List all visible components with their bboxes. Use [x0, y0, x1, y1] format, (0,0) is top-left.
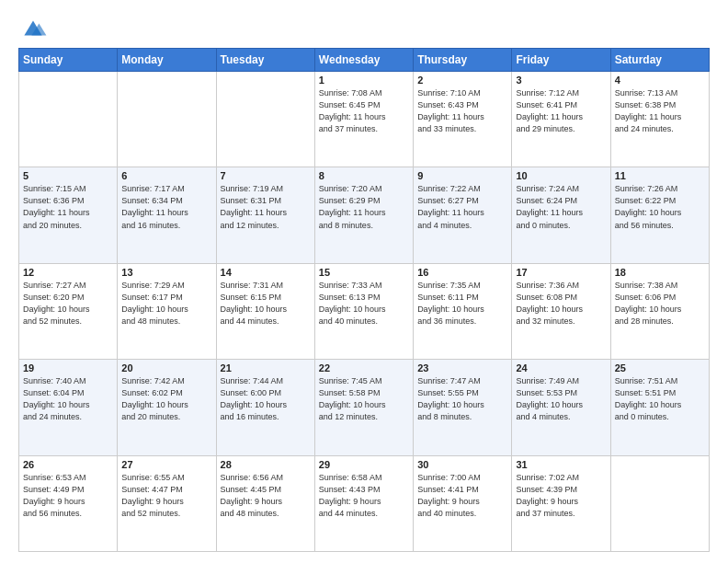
weekday-header-thursday: Thursday [414, 49, 512, 72]
calendar-cell: 5Sunrise: 7:15 AM Sunset: 6:36 PM Daylig… [19, 167, 118, 263]
calendar-cell: 17Sunrise: 7:36 AM Sunset: 6:08 PM Dayli… [512, 263, 610, 359]
day-number: 11 [615, 170, 705, 181]
day-info: Sunrise: 6:56 AM Sunset: 4:45 PM Dayligh… [221, 472, 311, 520]
day-number: 2 [417, 75, 507, 86]
day-info: Sunrise: 7:26 AM Sunset: 6:22 PM Dayligh… [615, 183, 705, 231]
day-info: Sunrise: 7:20 AM Sunset: 6:29 PM Dayligh… [319, 183, 409, 231]
week-row-5: 26Sunrise: 6:53 AM Sunset: 4:49 PM Dayli… [19, 455, 710, 551]
day-info: Sunrise: 7:00 AM Sunset: 4:41 PM Dayligh… [417, 472, 507, 520]
calendar-cell: 26Sunrise: 6:53 AM Sunset: 4:49 PM Dayli… [19, 455, 118, 551]
day-number: 22 [319, 362, 409, 373]
day-info: Sunrise: 7:44 AM Sunset: 6:00 PM Dayligh… [221, 375, 311, 423]
calendar-cell: 6Sunrise: 7:17 AM Sunset: 6:34 PM Daylig… [118, 167, 216, 263]
day-number: 13 [121, 267, 211, 278]
day-number: 30 [417, 459, 507, 470]
day-info: Sunrise: 7:13 AM Sunset: 6:38 PM Dayligh… [615, 87, 705, 135]
weekday-header-friday: Friday [512, 49, 610, 72]
calendar-cell: 13Sunrise: 7:29 AM Sunset: 6:17 PM Dayli… [118, 263, 216, 359]
day-number: 1 [319, 75, 409, 86]
day-number: 8 [319, 170, 409, 181]
calendar-cell: 2Sunrise: 7:10 AM Sunset: 6:43 PM Daylig… [414, 72, 512, 167]
calendar-cell [216, 72, 314, 167]
day-number: 3 [516, 75, 606, 86]
day-number: 23 [417, 362, 507, 373]
day-number: 9 [417, 170, 507, 181]
logo-icon [18, 15, 48, 40]
calendar-cell: 9Sunrise: 7:22 AM Sunset: 6:27 PM Daylig… [414, 167, 512, 263]
week-row-2: 5Sunrise: 7:15 AM Sunset: 6:36 PM Daylig… [19, 167, 710, 263]
weekday-header-sunday: Sunday [19, 49, 118, 72]
day-info: Sunrise: 7:38 AM Sunset: 6:06 PM Dayligh… [615, 280, 705, 327]
week-row-1: 1Sunrise: 7:08 AM Sunset: 6:45 PM Daylig… [19, 72, 710, 167]
day-info: Sunrise: 7:15 AM Sunset: 6:36 PM Dayligh… [23, 183, 113, 231]
calendar-cell: 31Sunrise: 7:02 AM Sunset: 4:39 PM Dayli… [512, 455, 610, 551]
week-row-3: 12Sunrise: 7:27 AM Sunset: 6:20 PM Dayli… [19, 263, 710, 359]
day-number: 25 [615, 362, 705, 373]
day-info: Sunrise: 7:42 AM Sunset: 6:02 PM Dayligh… [121, 375, 211, 423]
calendar-cell: 7Sunrise: 7:19 AM Sunset: 6:31 PM Daylig… [216, 167, 314, 263]
day-info: Sunrise: 7:29 AM Sunset: 6:17 PM Dayligh… [121, 280, 211, 327]
day-number: 5 [23, 170, 113, 181]
day-info: Sunrise: 7:17 AM Sunset: 6:34 PM Dayligh… [121, 183, 211, 231]
week-row-4: 19Sunrise: 7:40 AM Sunset: 6:04 PM Dayli… [19, 360, 710, 455]
day-number: 20 [121, 362, 211, 373]
day-number: 16 [417, 267, 507, 278]
calendar-cell: 25Sunrise: 7:51 AM Sunset: 5:51 PM Dayli… [610, 360, 709, 455]
day-number: 29 [319, 459, 409, 470]
weekday-header-tuesday: Tuesday [216, 49, 314, 72]
day-number: 19 [23, 362, 113, 373]
weekday-header-monday: Monday [118, 49, 216, 72]
day-number: 21 [221, 362, 311, 373]
day-info: Sunrise: 7:35 AM Sunset: 6:11 PM Dayligh… [417, 280, 507, 327]
weekday-header-row: SundayMondayTuesdayWednesdayThursdayFrid… [19, 49, 710, 72]
calendar-cell: 8Sunrise: 7:20 AM Sunset: 6:29 PM Daylig… [314, 167, 413, 263]
calendar-cell: 19Sunrise: 7:40 AM Sunset: 6:04 PM Dayli… [19, 360, 118, 455]
weekday-header-wednesday: Wednesday [314, 49, 413, 72]
calendar-cell: 28Sunrise: 6:56 AM Sunset: 4:45 PM Dayli… [216, 455, 314, 551]
day-number: 15 [319, 267, 409, 278]
calendar-cell: 1Sunrise: 7:08 AM Sunset: 6:45 PM Daylig… [314, 72, 413, 167]
day-number: 26 [23, 459, 113, 470]
day-number: 10 [516, 170, 606, 181]
calendar-cell [118, 72, 216, 167]
calendar-cell: 22Sunrise: 7:45 AM Sunset: 5:58 PM Dayli… [314, 360, 413, 455]
day-info: Sunrise: 6:55 AM Sunset: 4:47 PM Dayligh… [121, 472, 211, 520]
day-number: 4 [615, 75, 705, 86]
day-info: Sunrise: 7:31 AM Sunset: 6:15 PM Dayligh… [221, 280, 311, 327]
day-info: Sunrise: 6:53 AM Sunset: 4:49 PM Dayligh… [23, 472, 113, 520]
calendar-cell: 16Sunrise: 7:35 AM Sunset: 6:11 PM Dayli… [414, 263, 512, 359]
day-info: Sunrise: 7:24 AM Sunset: 6:24 PM Dayligh… [516, 183, 606, 231]
calendar-cell: 4Sunrise: 7:13 AM Sunset: 6:38 PM Daylig… [610, 72, 709, 167]
header [18, 15, 710, 40]
day-number: 17 [516, 267, 606, 278]
weekday-header-saturday: Saturday [610, 49, 709, 72]
day-number: 24 [516, 362, 606, 373]
calendar-cell: 10Sunrise: 7:24 AM Sunset: 6:24 PM Dayli… [512, 167, 610, 263]
day-info: Sunrise: 7:45 AM Sunset: 5:58 PM Dayligh… [319, 375, 409, 423]
day-info: Sunrise: 7:27 AM Sunset: 6:20 PM Dayligh… [23, 280, 113, 327]
day-info: Sunrise: 7:02 AM Sunset: 4:39 PM Dayligh… [516, 472, 606, 520]
day-info: Sunrise: 7:51 AM Sunset: 5:51 PM Dayligh… [615, 375, 705, 423]
calendar-cell: 30Sunrise: 7:00 AM Sunset: 4:41 PM Dayli… [414, 455, 512, 551]
day-info: Sunrise: 7:10 AM Sunset: 6:43 PM Dayligh… [417, 87, 507, 135]
page: SundayMondayTuesdayWednesdayThursdayFrid… [0, 0, 728, 563]
calendar-cell: 20Sunrise: 7:42 AM Sunset: 6:02 PM Dayli… [118, 360, 216, 455]
calendar-cell [610, 455, 709, 551]
day-number: 12 [23, 267, 113, 278]
calendar-cell: 24Sunrise: 7:49 AM Sunset: 5:53 PM Dayli… [512, 360, 610, 455]
day-info: Sunrise: 6:58 AM Sunset: 4:43 PM Dayligh… [319, 472, 409, 520]
calendar-cell [19, 72, 118, 167]
day-info: Sunrise: 7:08 AM Sunset: 6:45 PM Dayligh… [319, 87, 409, 135]
calendar-table: SundayMondayTuesdayWednesdayThursdayFrid… [18, 48, 710, 552]
calendar-cell: 14Sunrise: 7:31 AM Sunset: 6:15 PM Dayli… [216, 263, 314, 359]
day-number: 31 [516, 459, 606, 470]
calendar-cell: 29Sunrise: 6:58 AM Sunset: 4:43 PM Dayli… [314, 455, 413, 551]
day-info: Sunrise: 7:33 AM Sunset: 6:13 PM Dayligh… [319, 280, 409, 327]
day-info: Sunrise: 7:47 AM Sunset: 5:55 PM Dayligh… [417, 375, 507, 423]
calendar-cell: 23Sunrise: 7:47 AM Sunset: 5:55 PM Dayli… [414, 360, 512, 455]
calendar-cell: 11Sunrise: 7:26 AM Sunset: 6:22 PM Dayli… [610, 167, 709, 263]
day-info: Sunrise: 7:22 AM Sunset: 6:27 PM Dayligh… [417, 183, 507, 231]
day-info: Sunrise: 7:12 AM Sunset: 6:41 PM Dayligh… [516, 87, 606, 135]
calendar-cell: 18Sunrise: 7:38 AM Sunset: 6:06 PM Dayli… [610, 263, 709, 359]
day-info: Sunrise: 7:40 AM Sunset: 6:04 PM Dayligh… [23, 375, 113, 423]
